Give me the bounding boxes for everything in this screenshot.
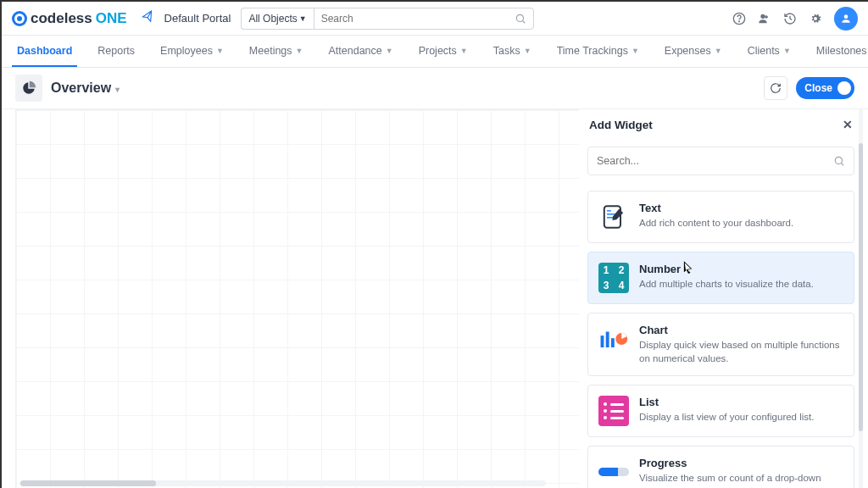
tab-label: Dashboard bbox=[17, 45, 72, 57]
tab-label: Tasks bbox=[493, 45, 520, 57]
portal-name[interactable]: Default Portal bbox=[164, 12, 231, 25]
scrollbar-thumb[interactable] bbox=[20, 480, 156, 486]
tab-label: Time Trackings bbox=[557, 45, 628, 57]
canvas-scrollbar[interactable] bbox=[20, 480, 546, 486]
close-icon[interactable]: ✕ bbox=[843, 118, 853, 131]
svg-point-2 bbox=[739, 20, 740, 21]
widget-option-text[interactable]: TextAdd rich content to your dashboard. bbox=[587, 191, 854, 243]
top-right-actions bbox=[732, 7, 858, 30]
page-title[interactable]: Overview ▾ bbox=[51, 80, 120, 96]
tab-employees[interactable]: Employees▼ bbox=[155, 36, 229, 67]
tab-milestones[interactable]: Milestones▼ bbox=[811, 36, 868, 67]
chevron-down-icon: ▼ bbox=[783, 47, 791, 55]
chevron-down-icon: ▼ bbox=[299, 14, 307, 23]
widget-search[interactable] bbox=[587, 147, 854, 175]
text-icon bbox=[598, 202, 629, 232]
chevron-down-icon: ▼ bbox=[296, 47, 303, 55]
tab-projects[interactable]: Projects▼ bbox=[414, 36, 473, 67]
tab-clients[interactable]: Clients▼ bbox=[743, 36, 796, 67]
brand-text-part2: ONE bbox=[96, 10, 127, 27]
widget-description: Display a list view of your configured l… bbox=[639, 411, 814, 424]
tab-label: Projects bbox=[419, 45, 457, 57]
chevron-down-icon: ▼ bbox=[715, 47, 722, 55]
chevron-down-icon: ▼ bbox=[524, 47, 531, 55]
close-toggle[interactable]: Close bbox=[796, 77, 854, 99]
tab-reports[interactable]: Reports bbox=[92, 36, 140, 67]
svg-point-0 bbox=[516, 14, 523, 21]
widget-description: Visualize the sum or count of a drop-dow… bbox=[639, 472, 843, 488]
tab-label: Clients bbox=[748, 45, 780, 57]
svg-rect-8 bbox=[601, 336, 604, 347]
chevron-down-icon: ▼ bbox=[386, 47, 393, 55]
chevron-down-icon: ▼ bbox=[460, 47, 468, 55]
tab-expenses[interactable]: Expenses▼ bbox=[659, 36, 727, 67]
list-icon bbox=[598, 396, 629, 426]
pie-chart-icon bbox=[15, 75, 42, 102]
svg-point-3 bbox=[835, 157, 842, 164]
paper-plane-icon[interactable] bbox=[141, 9, 156, 27]
brand-text-part1: codeless bbox=[31, 10, 92, 27]
gear-icon[interactable] bbox=[809, 12, 822, 25]
widget-description: Add multiple charts to visualize the dat… bbox=[639, 278, 814, 291]
tab-label: Reports bbox=[97, 45, 135, 57]
widget-option-chart[interactable]: ChartDisplay quick view based on multipl… bbox=[587, 313, 854, 376]
top-bar: codelessONE Default Portal All Objects ▼ bbox=[2, 2, 868, 36]
global-search[interactable] bbox=[314, 8, 534, 30]
widget-title: List bbox=[639, 396, 814, 408]
widget-option-number[interactable]: 1234NumberAdd multiple charts to visuali… bbox=[587, 252, 854, 304]
progress-icon bbox=[598, 457, 629, 487]
panel-scroll-thumb[interactable] bbox=[859, 143, 863, 431]
widget-description: Add rich content to your dashboard. bbox=[639, 217, 793, 230]
panel-title: Add Widget bbox=[589, 119, 653, 131]
page-subheader: Overview ▾ Close bbox=[2, 68, 868, 108]
tab-tasks[interactable]: Tasks▼ bbox=[488, 36, 537, 67]
svg-rect-10 bbox=[611, 338, 615, 347]
toggle-knob-icon bbox=[837, 81, 851, 95]
chevron-down-icon: ▼ bbox=[216, 47, 224, 55]
tab-label: Employees bbox=[160, 45, 213, 57]
svg-point-11 bbox=[615, 333, 627, 345]
widget-description: Display quick view based on multiple fun… bbox=[639, 339, 843, 365]
svg-rect-9 bbox=[606, 332, 609, 348]
global-search-input[interactable] bbox=[321, 13, 515, 25]
object-filter-dropdown[interactable]: All Objects ▼ bbox=[241, 8, 313, 30]
svg-rect-5 bbox=[607, 210, 611, 212]
chevron-down-icon: ▼ bbox=[632, 47, 639, 55]
tab-meetings[interactable]: Meetings▼ bbox=[244, 36, 309, 67]
history-icon[interactable] bbox=[783, 12, 797, 25]
add-user-icon[interactable] bbox=[758, 12, 771, 25]
brand-logo[interactable]: codelessONE bbox=[12, 10, 127, 27]
refresh-button[interactable] bbox=[764, 76, 787, 100]
widget-title: Text bbox=[639, 202, 793, 214]
widget-option-list[interactable]: ListDisplay a list view of your configur… bbox=[587, 385, 854, 437]
object-filter-group: All Objects ▼ bbox=[241, 8, 533, 30]
page-title-text: Overview bbox=[51, 80, 111, 95]
panel-header: Add Widget ✕ bbox=[579, 109, 863, 140]
number-icon: 1234 bbox=[598, 263, 629, 293]
search-icon bbox=[833, 155, 845, 167]
workspace: Add Widget ✕ TextAdd rich content to you… bbox=[2, 108, 868, 488]
tab-label: Attendance bbox=[329, 45, 382, 57]
widget-list: TextAdd rich content to your dashboard.1… bbox=[579, 182, 863, 488]
widget-search-input[interactable] bbox=[597, 155, 828, 167]
widget-title: Chart bbox=[639, 324, 843, 336]
search-icon bbox=[515, 13, 526, 25]
close-toggle-label: Close bbox=[804, 82, 832, 94]
widget-option-progress[interactable]: ProgressVisualize the sum or count of a … bbox=[587, 446, 854, 488]
widget-title: Number bbox=[639, 263, 814, 275]
tab-time-trackings[interactable]: Time Trackings▼ bbox=[552, 36, 644, 67]
help-icon[interactable] bbox=[732, 12, 746, 25]
tab-label: Expenses bbox=[665, 45, 711, 57]
tab-dashboard[interactable]: Dashboard bbox=[12, 36, 77, 67]
object-filter-label: All Objects bbox=[248, 13, 297, 25]
chart-icon bbox=[598, 324, 629, 354]
tab-label: Milestones bbox=[816, 45, 867, 57]
widget-title: Progress bbox=[639, 457, 843, 469]
tab-attendance[interactable]: Attendance▼ bbox=[324, 36, 398, 67]
brand-mark-icon bbox=[12, 11, 27, 26]
tab-label: Meetings bbox=[249, 45, 292, 57]
chevron-down-icon: ▾ bbox=[113, 85, 120, 94]
main-nav-tabs: DashboardReportsEmployees▼Meetings▼Atten… bbox=[2, 36, 868, 68]
user-avatar[interactable] bbox=[834, 7, 858, 30]
add-widget-panel: Add Widget ✕ TextAdd rich content to you… bbox=[579, 109, 863, 488]
